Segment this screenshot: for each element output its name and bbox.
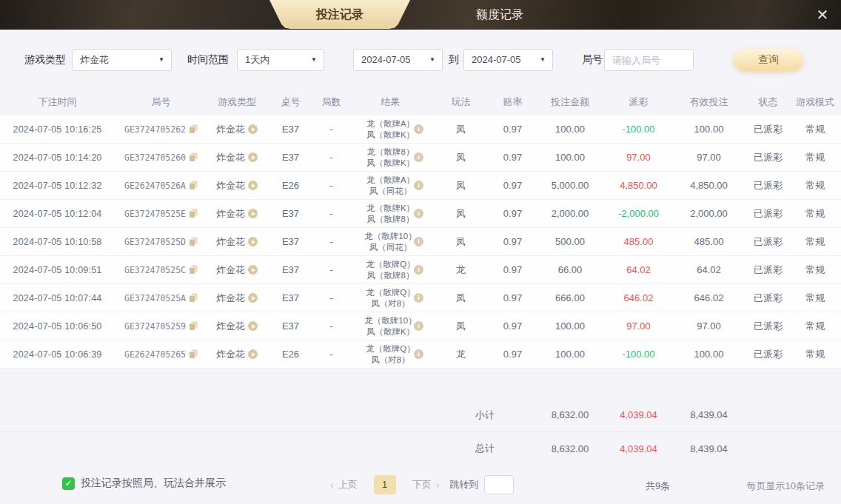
bet-amount: 66.00 [537,264,603,275]
close-icon[interactable]: ✕ [811,4,834,26]
total-label: 总计 [433,442,537,455]
game-mode: 常规 [792,151,838,164]
column-header: 局号 [115,95,207,109]
odds: 0.97 [489,264,537,275]
copy-icon[interactable] [189,181,198,190]
game-type-label: 游戏类型 [24,53,66,67]
merge-toggle[interactable]: ✓ 投注记录按照局、玩法合并展示 [62,477,226,490]
chevron-right-icon: › [436,479,440,491]
copy-icon[interactable] [189,293,198,303]
merge-checkbox-label: 投注记录按照局、玩法合并展示 [81,477,226,490]
copy-icon[interactable] [189,152,198,162]
column-header: 玩法 [433,95,489,109]
game-mode: 常规 [792,292,838,305]
round-count: - [315,208,348,219]
info-icon[interactable]: i [414,237,423,246]
merge-checkbox[interactable]: ✓ [62,477,75,490]
valid-bet: 485.00 [674,236,744,247]
play-icon[interactable] [248,293,258,303]
bet-amount: 100.00 [537,124,603,135]
play-icon[interactable] [248,321,258,331]
info-icon[interactable]: i [414,293,423,303]
game-mode: 常规 [792,235,838,249]
status: 已派彩 [744,292,792,305]
valid-bet: 646.02 [674,292,744,303]
game-type-cell: 炸金花 [207,151,267,164]
info-icon[interactable]: i [414,321,423,331]
odds: 0.97 [489,208,537,219]
round-count: - [315,180,348,191]
table-number: E37 [267,292,315,303]
copy-icon[interactable] [189,321,198,331]
bet-time: 2024-07-05 10:06:39 [0,349,115,360]
round-id: GE3724705262 [124,124,186,135]
tab-quota-records[interactable]: 额度记录 [437,0,563,29]
table-row: 2024-07-05 10:06:50 GE3724705259 炸金花 E37… [0,312,841,340]
result-cell: 龙（散牌Q） 凤（对8） i [348,284,433,312]
info-icon[interactable]: i [414,209,423,218]
payout: -100.00 [603,124,674,135]
copy-icon[interactable] [189,124,198,134]
game-name: 炸金花 [216,320,245,333]
table-row: 2024-07-05 10:14:20 GE3724705260 炸金花 E37… [0,144,841,172]
game-type-cell: 炸金花 [207,263,267,277]
play-icon[interactable] [248,237,258,246]
info-icon[interactable]: i [414,152,423,162]
date-to-select[interactable]: 2024-07-05 ▼ [463,49,553,71]
subtotal-row: 小计 8,632.00 4,039.04 8,439.04 [0,398,841,431]
bet-amount: 2,000.00 [537,208,603,219]
table-row: 2024-07-05 10:16:25 GE3724705262 炸金花 E37… [0,115,841,144]
time-range-label: 时间范围 [187,53,229,67]
round-id-cell: GE2624705265 [115,349,207,360]
jump-to-input[interactable] [484,475,514,494]
round-count: - [315,292,348,303]
game-name: 炸金花 [216,179,245,192]
round-id-cell: GE372470525C [115,265,207,275]
info-icon[interactable]: i [414,181,423,190]
round-count: - [315,349,348,360]
date-to-value: 2024-07-05 [472,54,521,65]
round-id-input[interactable] [604,49,694,71]
round-count: - [315,152,348,163]
result-cell: 龙（散牌Q） 凤（对8） i [348,340,433,368]
table-gap [0,369,841,398]
info-icon[interactable]: i [414,124,423,134]
search-button[interactable]: 查询 [734,49,803,71]
copy-icon[interactable] [189,209,198,218]
next-page-button[interactable]: 下页 [412,478,432,491]
copy-icon[interactable] [189,237,198,246]
column-header: 状态 [744,95,792,109]
prev-page-button[interactable]: 上页 [338,478,358,491]
play-icon[interactable] [248,124,258,134]
table-number: E37 [267,124,315,135]
game-mode: 常规 [792,123,838,136]
current-page-indicator[interactable]: 1 [374,475,396,494]
odds: 0.97 [489,152,537,163]
copy-icon[interactable] [189,349,198,359]
play-icon[interactable] [248,349,258,359]
info-icon[interactable]: i [414,349,423,359]
tab-betting-records[interactable]: 投注记录 [269,0,410,29]
play-icon[interactable] [248,265,258,275]
round-id: GE262470526A [124,181,186,191]
date-from-value: 2024-07-05 [361,54,411,65]
chevron-down-icon: ▼ [158,50,164,70]
time-range-select[interactable]: 1天内 ▼ [237,49,324,71]
total-count: 共9条 [646,480,670,493]
info-icon[interactable]: i [414,265,423,275]
table-number: E26 [267,180,315,191]
bet-amount: 666.00 [537,292,603,303]
copy-icon[interactable] [189,265,198,275]
play-type: 凤 [433,179,489,192]
status: 已派彩 [744,320,792,333]
game-type-cell: 炸金花 [207,207,267,221]
column-header: 派彩 [603,95,674,109]
date-from-select[interactable]: 2024-07-05 ▼ [353,49,443,71]
play-icon[interactable] [248,209,258,218]
play-icon[interactable] [248,152,258,162]
valid-bet: 2,000.00 [674,208,744,219]
tab-betting-records-label: 投注记录 [269,0,410,29]
game-type-select[interactable]: 炸金花 ▼ [72,49,172,71]
play-icon[interactable] [248,181,258,190]
payout: 646.02 [603,292,674,303]
